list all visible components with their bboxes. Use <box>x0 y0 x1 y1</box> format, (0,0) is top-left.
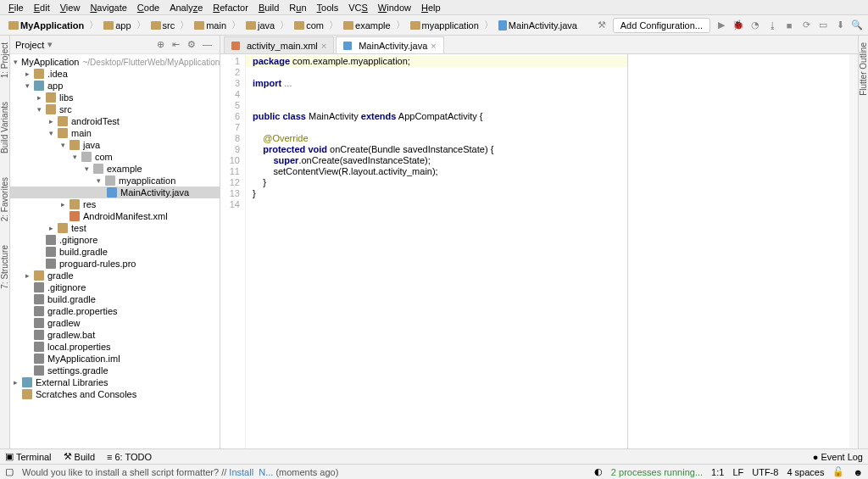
chevron-icon[interactable]: ▸ <box>61 200 70 209</box>
caret-position[interactable]: 1:1 <box>711 467 724 477</box>
breadcrumb-item[interactable]: com <box>291 20 327 31</box>
menu-file[interactable]: File <box>3 3 29 13</box>
tree-node[interactable]: ▸.idea <box>10 68 220 80</box>
chevron-icon[interactable]: ▾ <box>61 141 70 149</box>
chevron-icon[interactable]: ▾ <box>49 129 58 137</box>
tree-node[interactable]: Scratches and Consoles <box>10 388 220 400</box>
tab-todo[interactable]: ≡ 6: TODO <box>107 452 152 462</box>
sdk-icon[interactable]: ⬇ <box>834 19 846 31</box>
avd-icon[interactable]: ▭ <box>817 19 829 31</box>
chevron-icon[interactable]: ▾ <box>14 58 18 66</box>
project-tree[interactable]: ▾MyApplication~/Desktop/FlutterWeb/MyApp… <box>10 54 220 448</box>
tab-build[interactable]: ⚒ Build <box>64 451 95 462</box>
menu-view[interactable]: View <box>55 3 86 13</box>
tree-node[interactable]: ▸res <box>10 198 220 210</box>
panel-title[interactable]: Project▾ <box>15 39 153 50</box>
tree-node[interactable]: MyApplication.iml <box>10 353 220 365</box>
menu-window[interactable]: Window <box>373 3 416 13</box>
close-icon[interactable]: × <box>321 41 326 51</box>
tool-tab-favorites[interactable]: 2: Favorites <box>0 174 9 225</box>
processes-link[interactable]: 2 processes running... <box>611 467 703 477</box>
breadcrumb-item[interactable]: app <box>100 20 134 31</box>
chevron-icon[interactable]: ▾ <box>73 153 81 161</box>
tree-node[interactable]: ▾com <box>10 151 220 163</box>
code-editor[interactable]: package com.example.myapplication; impor… <box>246 54 627 448</box>
collapse-icon[interactable]: ⇤ <box>172 39 184 51</box>
bg-tasks-icon[interactable]: ◐ <box>594 466 603 477</box>
tree-node[interactable]: ▾app <box>10 80 220 92</box>
menu-run[interactable]: Run <box>284 3 311 13</box>
breadcrumb-item[interactable]: MyApplication <box>5 20 87 31</box>
tree-node[interactable]: .gitignore <box>10 281 220 293</box>
tool-tab-structure[interactable]: 7: Structure <box>0 242 9 292</box>
error-stripe[interactable] <box>849 54 858 448</box>
tree-node[interactable]: ▸External Libraries <box>10 376 220 388</box>
tree-node[interactable]: gradlew <box>10 317 220 329</box>
readonly-lock-icon[interactable]: 🔓 <box>832 466 844 477</box>
tree-node[interactable]: .gitignore <box>10 234 220 246</box>
tab-event-log[interactable]: ● Event Log <box>813 452 863 462</box>
tree-node[interactable]: ▾myapplication <box>10 175 220 187</box>
build-hammer-icon[interactable]: ⚒ <box>596 19 608 31</box>
tree-node[interactable]: ▾main <box>10 127 220 139</box>
run-icon[interactable]: ▶ <box>715 19 727 31</box>
tree-node[interactable]: ▾MyApplication~/Desktop/FlutterWeb/MyApp… <box>10 56 220 68</box>
editor-tab[interactable]: activity_main.xml× <box>224 36 334 53</box>
gear-icon[interactable]: ⚙ <box>187 39 199 51</box>
breadcrumb[interactable]: MyApplication〉app〉src〉main〉java〉com〉exam… <box>5 19 596 31</box>
chevron-icon[interactable]: ▾ <box>97 176 105 185</box>
tree-node[interactable]: gradle.properties <box>10 305 220 317</box>
install-link[interactable]: Install <box>229 467 253 477</box>
chevron-icon[interactable]: ▸ <box>25 70 34 78</box>
tree-node[interactable]: ▸androidTest <box>10 115 220 127</box>
tree-node[interactable]: proguard-rules.pro <box>10 258 220 270</box>
attach-icon[interactable]: ⭳ <box>766 19 778 31</box>
search-icon[interactable]: 🔍 <box>851 19 863 31</box>
chevron-icon[interactable]: ▸ <box>49 117 58 125</box>
menu-analyze[interactable]: Analyze <box>164 3 208 13</box>
chevron-icon[interactable]: ▸ <box>49 224 58 232</box>
tree-node[interactable]: ▸gradle <box>10 270 220 281</box>
chevron-icon[interactable]: ▸ <box>37 93 46 102</box>
breadcrumb-item[interactable]: MainActivity.java <box>495 20 581 31</box>
close-icon[interactable]: × <box>431 41 436 51</box>
editor-tab[interactable]: MainActivity.java× <box>336 36 444 53</box>
na-link[interactable]: N... <box>259 467 273 477</box>
tree-node[interactable]: MainActivity.java <box>10 187 220 198</box>
sync-icon[interactable]: ⟳ <box>800 19 812 31</box>
tree-node[interactable]: ▸test <box>10 222 220 234</box>
chevron-icon[interactable]: ▾ <box>85 164 93 173</box>
menu-help[interactable]: Help <box>416 3 446 13</box>
stop-icon[interactable]: ■ <box>783 19 795 31</box>
tool-tab-project[interactable]: 1: Project <box>0 39 9 81</box>
debug-icon[interactable]: 🐞 <box>732 19 744 31</box>
tree-node[interactable]: ▾java <box>10 139 220 151</box>
menu-navigate[interactable]: Navigate <box>85 3 131 13</box>
tree-node[interactable]: build.gradle <box>10 293 220 305</box>
hide-icon[interactable]: — <box>203 39 214 51</box>
tree-node[interactable]: ▾example <box>10 163 220 175</box>
menu-refactor[interactable]: Refactor <box>208 3 253 13</box>
chevron-icon[interactable]: ▾ <box>25 81 34 90</box>
breadcrumb-item[interactable]: main <box>191 20 230 31</box>
tree-node[interactable]: build.gradle <box>10 246 220 258</box>
menu-vcs[interactable]: VCS <box>343 3 373 13</box>
chevron-icon[interactable]: ▸ <box>25 271 34 280</box>
status-window-icon[interactable]: ▢ <box>5 466 14 477</box>
tree-node[interactable]: local.properties <box>10 341 220 353</box>
breadcrumb-item[interactable]: java <box>242 20 278 31</box>
menu-tools[interactable]: Tools <box>312 3 344 13</box>
inspection-profile-icon[interactable]: ☻ <box>853 467 863 477</box>
chevron-icon[interactable]: ▾ <box>37 105 46 114</box>
tool-tab-build-variants[interactable]: Build Variants <box>0 98 9 157</box>
tree-node[interactable]: AndroidManifest.xml <box>10 210 220 222</box>
locate-icon[interactable]: ⊕ <box>157 39 169 51</box>
add-configuration-button[interactable]: Add Configuration... <box>613 18 710 33</box>
menu-build[interactable]: Build <box>253 3 284 13</box>
menu-code[interactable]: Code <box>132 3 164 13</box>
tree-node[interactable]: settings.gradle <box>10 365 220 376</box>
tab-terminal[interactable]: ▣ Terminal <box>5 451 52 462</box>
breadcrumb-item[interactable]: example <box>340 20 394 31</box>
breadcrumb-item[interactable]: src <box>147 20 179 31</box>
line-ending[interactable]: LF <box>732 467 743 477</box>
